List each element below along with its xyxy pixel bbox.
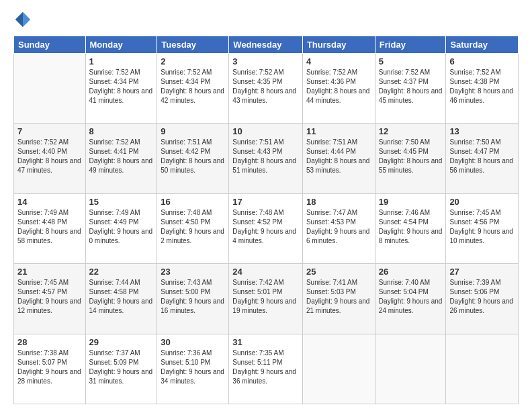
calendar-cell: 31Sunrise: 7:35 AMSunset: 5:11 PMDayligh… — [229, 334, 303, 404]
calendar-cell: 11Sunrise: 7:51 AMSunset: 4:44 PMDayligh… — [302, 124, 375, 193]
calendar-cell: 9Sunrise: 7:51 AMSunset: 4:42 PMDaylight… — [157, 124, 229, 193]
calendar-cell: 10Sunrise: 7:51 AMSunset: 4:43 PMDayligh… — [229, 124, 303, 193]
day-info: Sunrise: 7:52 AMSunset: 4:35 PMDaylight:… — [232, 68, 299, 105]
calendar-cell — [14, 54, 86, 124]
day-number: 21 — [17, 267, 82, 277]
svg-marker-0 — [23, 12, 30, 19]
day-info: Sunrise: 7:43 AMSunset: 5:00 PMDaylight:… — [161, 278, 225, 316]
day-info: Sunrise: 7:48 AMSunset: 4:52 PMDaylight:… — [232, 208, 299, 246]
calendar-cell: 7Sunrise: 7:52 AMSunset: 4:40 PMDaylight… — [14, 124, 86, 193]
calendar-cell: 16Sunrise: 7:48 AMSunset: 4:50 PMDayligh… — [157, 193, 229, 263]
day-number: 26 — [379, 267, 443, 277]
day-number: 28 — [17, 337, 82, 347]
day-number: 2 — [161, 56, 225, 66]
day-info: Sunrise: 7:35 AMSunset: 5:11 PMDaylight:… — [232, 349, 299, 386]
day-info: Sunrise: 7:45 AMSunset: 4:57 PMDaylight:… — [17, 278, 82, 316]
day-number: 25 — [306, 267, 371, 277]
weekday-header: Friday — [375, 36, 446, 54]
day-number: 3 — [232, 56, 299, 66]
day-info: Sunrise: 7:52 AMSunset: 4:36 PMDaylight:… — [306, 68, 371, 105]
calendar-cell: 27Sunrise: 7:39 AMSunset: 5:06 PMDayligh… — [446, 264, 519, 334]
day-info: Sunrise: 7:52 AMSunset: 4:34 PMDaylight:… — [89, 68, 154, 105]
calendar-cell: 5Sunrise: 7:52 AMSunset: 4:37 PMDaylight… — [375, 54, 446, 124]
day-number: 10 — [232, 126, 299, 136]
weekday-header-row: SundayMondayTuesdayWednesdayThursdayFrid… — [14, 36, 519, 54]
day-number: 17 — [232, 197, 299, 207]
day-info: Sunrise: 7:51 AMSunset: 4:44 PMDaylight:… — [306, 138, 371, 175]
calendar-cell: 21Sunrise: 7:45 AMSunset: 4:57 PMDayligh… — [14, 264, 86, 334]
calendar-cell: 28Sunrise: 7:38 AMSunset: 5:07 PMDayligh… — [14, 334, 86, 404]
calendar-cell: 1Sunrise: 7:52 AMSunset: 4:34 PMDaylight… — [85, 54, 157, 124]
calendar-cell: 4Sunrise: 7:52 AMSunset: 4:36 PMDaylight… — [302, 54, 375, 124]
logo — [13, 10, 35, 29]
header — [13, 10, 519, 29]
day-info: Sunrise: 7:40 AMSunset: 5:04 PMDaylight:… — [379, 278, 443, 316]
svg-marker-1 — [15, 12, 23, 19]
weekday-header: Wednesday — [229, 36, 303, 54]
calendar-cell — [375, 334, 446, 404]
day-info: Sunrise: 7:50 AMSunset: 4:47 PMDaylight:… — [449, 138, 515, 175]
day-number: 11 — [306, 126, 371, 136]
day-info: Sunrise: 7:49 AMSunset: 4:49 PMDaylight:… — [89, 208, 154, 246]
calendar-cell: 13Sunrise: 7:50 AMSunset: 4:47 PMDayligh… — [446, 124, 519, 193]
calendar-cell: 20Sunrise: 7:45 AMSunset: 4:56 PMDayligh… — [446, 193, 519, 263]
calendar-cell: 6Sunrise: 7:52 AMSunset: 4:38 PMDaylight… — [446, 54, 519, 124]
day-info: Sunrise: 7:47 AMSunset: 4:53 PMDaylight:… — [306, 208, 371, 246]
calendar-cell: 25Sunrise: 7:41 AMSunset: 5:03 PMDayligh… — [302, 264, 375, 334]
calendar-cell: 26Sunrise: 7:40 AMSunset: 5:04 PMDayligh… — [375, 264, 446, 334]
calendar-cell: 18Sunrise: 7:47 AMSunset: 4:53 PMDayligh… — [302, 193, 375, 263]
calendar-cell — [446, 334, 519, 404]
day-number: 18 — [306, 197, 371, 207]
day-number: 15 — [89, 197, 154, 207]
day-info: Sunrise: 7:49 AMSunset: 4:48 PMDaylight:… — [17, 208, 82, 246]
calendar-cell: 23Sunrise: 7:43 AMSunset: 5:00 PMDayligh… — [157, 264, 229, 334]
day-number: 31 — [232, 337, 299, 347]
day-number: 6 — [449, 56, 515, 66]
day-number: 9 — [161, 126, 225, 136]
day-info: Sunrise: 7:36 AMSunset: 5:10 PMDaylight:… — [161, 349, 225, 386]
day-number: 4 — [306, 56, 371, 66]
day-number: 20 — [449, 197, 515, 207]
calendar-cell: 24Sunrise: 7:42 AMSunset: 5:01 PMDayligh… — [229, 264, 303, 334]
day-number: 14 — [17, 197, 82, 207]
calendar-row: 1Sunrise: 7:52 AMSunset: 4:34 PMDaylight… — [14, 54, 519, 124]
logo-icon — [13, 10, 32, 29]
day-number: 12 — [379, 126, 443, 136]
day-number: 24 — [232, 267, 299, 277]
day-number: 7 — [17, 126, 82, 136]
calendar-cell: 30Sunrise: 7:36 AMSunset: 5:10 PMDayligh… — [157, 334, 229, 404]
day-number: 1 — [89, 56, 154, 66]
svg-marker-3 — [23, 19, 30, 27]
calendar-cell: 2Sunrise: 7:52 AMSunset: 4:34 PMDaylight… — [157, 54, 229, 124]
day-info: Sunrise: 7:52 AMSunset: 4:40 PMDaylight:… — [17, 138, 82, 175]
day-info: Sunrise: 7:52 AMSunset: 4:38 PMDaylight:… — [449, 68, 515, 105]
day-info: Sunrise: 7:51 AMSunset: 4:42 PMDaylight:… — [161, 138, 225, 175]
calendar-row: 7Sunrise: 7:52 AMSunset: 4:40 PMDaylight… — [14, 124, 519, 193]
calendar-cell: 14Sunrise: 7:49 AMSunset: 4:48 PMDayligh… — [14, 193, 86, 263]
day-info: Sunrise: 7:39 AMSunset: 5:06 PMDaylight:… — [449, 278, 515, 316]
calendar-row: 21Sunrise: 7:45 AMSunset: 4:57 PMDayligh… — [14, 264, 519, 334]
calendar-row: 28Sunrise: 7:38 AMSunset: 5:07 PMDayligh… — [14, 334, 519, 404]
day-info: Sunrise: 7:52 AMSunset: 4:37 PMDaylight:… — [379, 68, 443, 105]
calendar-cell: 19Sunrise: 7:46 AMSunset: 4:54 PMDayligh… — [375, 193, 446, 263]
day-number: 23 — [161, 267, 225, 277]
day-number: 30 — [161, 337, 225, 347]
day-info: Sunrise: 7:37 AMSunset: 5:09 PMDaylight:… — [89, 349, 154, 386]
calendar: SundayMondayTuesdayWednesdayThursdayFrid… — [13, 36, 519, 404]
day-info: Sunrise: 7:52 AMSunset: 4:34 PMDaylight:… — [161, 68, 225, 105]
calendar-cell: 3Sunrise: 7:52 AMSunset: 4:35 PMDaylight… — [229, 54, 303, 124]
day-number: 29 — [89, 337, 154, 347]
calendar-cell — [302, 334, 375, 404]
day-info: Sunrise: 7:51 AMSunset: 4:43 PMDaylight:… — [232, 138, 299, 175]
calendar-cell: 12Sunrise: 7:50 AMSunset: 4:45 PMDayligh… — [375, 124, 446, 193]
weekday-header: Thursday — [302, 36, 375, 54]
calendar-row: 14Sunrise: 7:49 AMSunset: 4:48 PMDayligh… — [14, 193, 519, 263]
weekday-header: Sunday — [14, 36, 86, 54]
day-info: Sunrise: 7:50 AMSunset: 4:45 PMDaylight:… — [379, 138, 443, 175]
day-info: Sunrise: 7:42 AMSunset: 5:01 PMDaylight:… — [232, 278, 299, 316]
svg-marker-2 — [15, 19, 23, 27]
day-number: 13 — [449, 126, 515, 136]
weekday-header: Saturday — [446, 36, 519, 54]
calendar-cell: 22Sunrise: 7:44 AMSunset: 4:58 PMDayligh… — [85, 264, 157, 334]
day-number: 5 — [379, 56, 443, 66]
